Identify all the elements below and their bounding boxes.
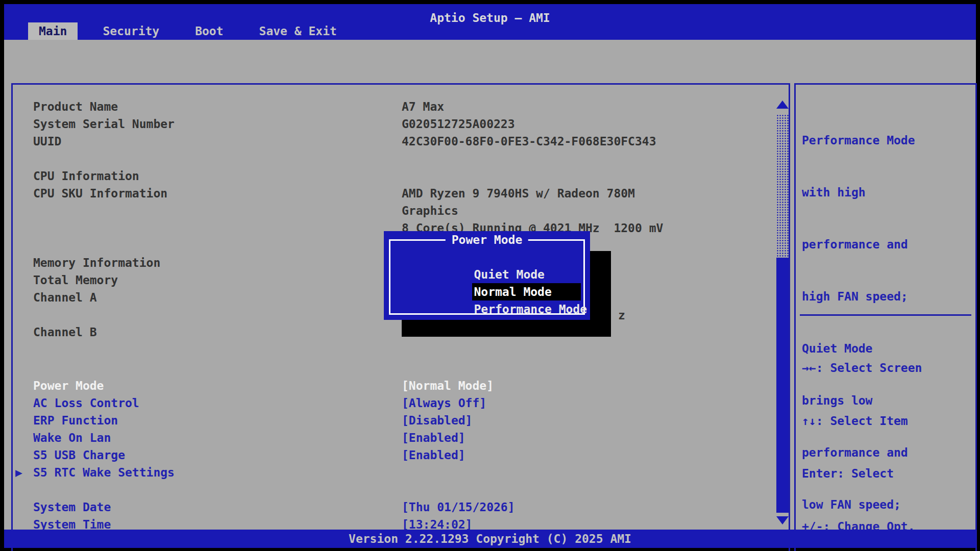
bios-setup-screen: Aptio Setup – AMI Main Security Boot Sav…: [0, 0, 980, 551]
setting-label: CPU Information: [33, 167, 402, 185]
popup-title: Power Mode: [446, 231, 528, 248]
title-bar: Aptio Setup – AMI Main Security Boot Sav…: [4, 4, 976, 40]
tab-main[interactable]: Main: [28, 22, 78, 40]
tab-security[interactable]: Security: [92, 22, 170, 40]
row-marker: [14, 377, 33, 394]
row-marker: [14, 289, 33, 306]
row-cpu-sku: CPU SKU Information AMD Ryzen 9 7940HS w…: [14, 185, 635, 202]
selected-option-highlight: Normal Mode: [472, 283, 580, 300]
row-total-memory: Total Memory: [14, 271, 402, 289]
setting-label: CPU SKU Information: [33, 185, 402, 202]
setting-value: A7 Max: [402, 98, 444, 115]
row-marker: [14, 167, 33, 185]
row-wake-on-lan[interactable]: Wake On Lan [Enabled]: [14, 429, 465, 446]
setting-value: [Thu 01/15/2026]: [402, 498, 515, 516]
help-panel: Performance Mode with high performance a…: [794, 83, 977, 551]
row-marker: [14, 254, 33, 271]
setting-label: S5 RTC Wake Settings: [33, 464, 402, 481]
setting-value: 42C30F00-68F0-0FE3-C342-F068E30FC343: [402, 133, 656, 150]
row-marker: [14, 98, 33, 115]
key-legend: →←: Select Screen ↑↓: Select Item Enter:…: [802, 324, 922, 551]
row-ac-loss-control[interactable]: AC Loss Control [Always Off]: [14, 394, 486, 412]
setting-value: [Always Off]: [402, 394, 486, 412]
setting-label: Product Name: [33, 98, 402, 115]
help-line: high FAN speed;: [802, 288, 922, 305]
setting-label: [33, 202, 402, 219]
option-quiet-mode[interactable]: Quiet Mode: [402, 248, 587, 266]
key-legend-line: Enter: Select: [802, 465, 922, 483]
help-line: with high: [802, 184, 922, 201]
row-channel-b: Channel B: [14, 323, 402, 341]
row-marker: [14, 219, 33, 237]
popup-border: Power Mode Quiet Mode Normal Mode Perfor…: [389, 239, 585, 315]
row-serial-number: System Serial Number G020512725A00223: [14, 115, 515, 133]
row-marker: [14, 498, 33, 516]
help-line: performance and: [802, 236, 922, 253]
scroll-down-icon[interactable]: [776, 516, 789, 524]
setting-label: Memory Information: [33, 254, 402, 271]
help-line: Performance Mode: [802, 132, 922, 149]
setting-label: System Serial Number: [33, 115, 402, 133]
row-cpu-information: CPU Information: [14, 167, 402, 185]
help-divider: [800, 314, 971, 316]
setting-value: G020512725A00223: [402, 115, 515, 133]
submenu-arrow-icon: ▶: [14, 464, 33, 481]
scroll-up-icon[interactable]: [776, 101, 789, 109]
setting-value: Graphics: [402, 202, 458, 219]
row-power-mode[interactable]: Power Mode [Normal Mode]: [14, 377, 494, 394]
tab-boot[interactable]: Boot: [184, 22, 234, 40]
row-cpu-sku-cont: Graphics: [14, 202, 458, 219]
tab-save-exit[interactable]: Save & Exit: [249, 22, 348, 40]
key-legend-line: ↑↓: Select Item: [802, 412, 922, 430]
row-s5-rtc-wake-settings[interactable]: ▶ S5 RTC Wake Settings: [14, 464, 402, 481]
scrollbar-thumb[interactable]: [776, 258, 789, 513]
row-system-date[interactable]: System Date [Thu 01/15/2026]: [14, 498, 515, 516]
menu-tabs: Main Security Boot Save & Exit: [28, 22, 362, 40]
row-marker: [14, 133, 33, 150]
row-marker: [14, 185, 33, 202]
scrollbar-track[interactable]: [776, 114, 789, 258]
row-marker: [14, 394, 33, 412]
row-marker: [14, 446, 33, 464]
popup-options: Quiet Mode Normal Mode Performance Mode: [402, 248, 587, 300]
setting-value: [Enabled]: [402, 446, 465, 464]
row-marker: [14, 429, 33, 446]
power-mode-popup: Power Mode Quiet Mode Normal Mode Perfor…: [384, 231, 590, 320]
setting-label: Channel B: [33, 323, 402, 341]
key-legend-line: →←: Select Screen: [802, 359, 922, 377]
obscured-text-fragment: z: [618, 307, 625, 324]
setting-label: [33, 219, 402, 237]
row-marker: [14, 115, 33, 133]
setting-value: [Disabled]: [402, 412, 472, 429]
setting-value: [Enabled]: [402, 429, 465, 446]
setting-label: Total Memory: [33, 271, 402, 289]
row-s5-usb-charge[interactable]: S5 USB Charge [Enabled]: [14, 446, 465, 464]
setting-label: Channel A: [33, 289, 402, 306]
row-marker: [14, 271, 33, 289]
row-product-name: Product Name A7 Max: [14, 98, 444, 115]
setting-value: [Normal Mode]: [402, 377, 494, 394]
row-erp-function[interactable]: ERP Function [Disabled]: [14, 412, 472, 429]
setting-label: Wake On Lan: [33, 429, 402, 446]
setting-label: AC Loss Control: [33, 394, 402, 412]
row-memory-information: Memory Information: [14, 254, 402, 271]
setting-label: Power Mode: [33, 377, 402, 394]
setting-label: System Date: [33, 498, 402, 516]
row-marker: [14, 202, 33, 219]
setting-value: AMD Ryzen 9 7940HS w/ Radeon 780M: [402, 185, 635, 202]
setting-label: S5 USB Charge: [33, 446, 402, 464]
row-marker: [14, 412, 33, 429]
row-uuid: UUID 42C30F00-68F0-0FE3-C342-F068E30FC34…: [14, 133, 656, 150]
version-bar: Version 2.22.1293 Copyright (C) 2025 AMI: [4, 530, 976, 548]
setting-label: UUID: [33, 133, 402, 150]
row-marker: [14, 323, 33, 341]
setting-label: ERP Function: [33, 412, 402, 429]
row-channel-a: Channel A: [14, 289, 402, 306]
